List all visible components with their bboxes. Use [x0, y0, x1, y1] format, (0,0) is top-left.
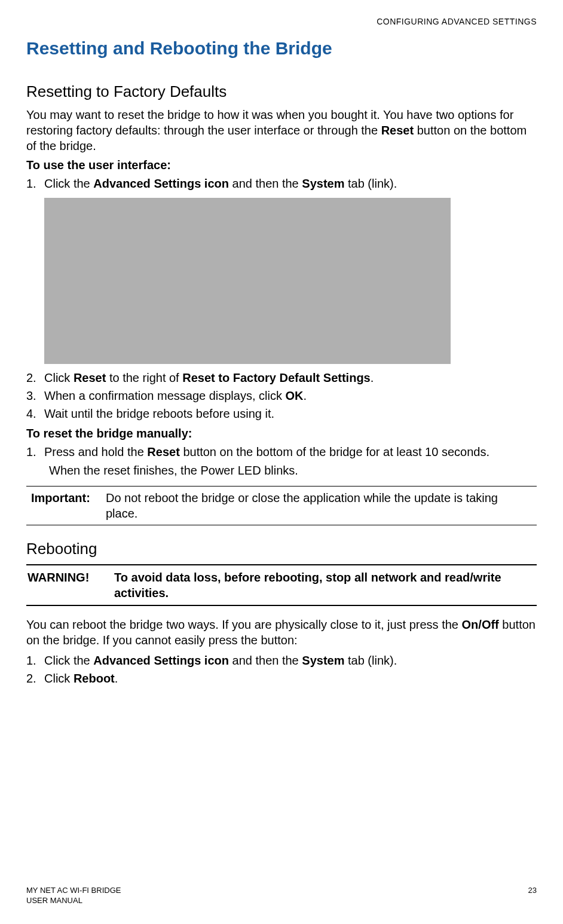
footer-left: MY NET AC WI-FI BRIDGE USER MANUAL: [26, 886, 121, 906]
intro-paragraph: You may want to reset the bridge to how …: [26, 107, 537, 154]
list-number: 1.: [26, 444, 44, 460]
list-number: 2.: [26, 671, 44, 687]
page-footer: MY NET AC WI-FI BRIDGE USER MANUAL 23: [26, 886, 537, 906]
text-bold: System: [302, 177, 344, 190]
list-number: 3.: [26, 388, 44, 404]
text-bold: OK: [286, 389, 304, 402]
ui-procedure-heading: To use the user interface:: [26, 158, 537, 172]
screenshot-placeholder: [44, 198, 451, 364]
list-content: Click Reset to the right of Reset to Fac…: [44, 370, 537, 386]
note-text: Do not reboot the bridge or close the ap…: [106, 490, 532, 521]
list-item: 3. When a confirmation message displays,…: [26, 388, 537, 404]
text-bold: Advanced Settings icon: [93, 654, 229, 667]
text: tab (link).: [344, 177, 397, 190]
text-bold: Reset: [381, 124, 414, 137]
text: .: [115, 672, 118, 685]
section-heading-rebooting: Rebooting: [26, 540, 537, 558]
manual-procedure-heading: To reset the bridge manually:: [26, 427, 537, 440]
text: and then the: [229, 654, 302, 667]
footer-doc-type: USER MANUAL: [26, 896, 121, 906]
page-title: Resetting and Rebooting the Bridge: [26, 38, 537, 59]
text: button on the bottom of the bridge for a…: [180, 445, 489, 458]
text: You can reboot the bridge two ways. If y…: [26, 618, 462, 631]
header-section-title: CONFIGURING ADVANCED SETTINGS: [26, 17, 537, 26]
list-content: Click Reboot.: [44, 671, 537, 687]
list-number: 1.: [26, 176, 44, 192]
text: to the right of: [106, 371, 182, 384]
list-number: 4.: [26, 406, 44, 422]
list-item: 2. Click Reboot.: [26, 671, 537, 687]
text-bold: System: [302, 654, 344, 667]
text-bold: Reset: [74, 371, 106, 384]
list-content: When a confirmation message displays, cl…: [44, 388, 537, 404]
reboot-intro: You can reboot the bridge two ways. If y…: [26, 617, 537, 648]
text: Click: [44, 371, 74, 384]
list-item: 1. Press and hold the Reset button on th…: [26, 444, 537, 460]
list-content: Wait until the bridge reboots before usi…: [44, 406, 537, 422]
text: tab (link).: [344, 654, 397, 667]
section-heading-resetting: Resetting to Factory Defaults: [26, 82, 537, 101]
list-content: Click the Advanced Settings icon and the…: [44, 176, 537, 192]
list-number: 2.: [26, 370, 44, 386]
warning-label: WARNING!: [27, 570, 114, 601]
warning-note: WARNING! To avoid data loss, before rebo…: [26, 564, 537, 606]
text: When a confirmation message displays, cl…: [44, 389, 286, 402]
text: Click the: [44, 177, 93, 190]
list-number: 1.: [26, 653, 44, 669]
important-note: Important: Do not reboot the bridge or c…: [26, 486, 537, 525]
list-item: 1. Click the Advanced Settings icon and …: [26, 653, 537, 669]
list-item: 1. Click the Advanced Settings icon and …: [26, 176, 537, 192]
text-bold: Reboot: [74, 672, 115, 685]
text-bold: On/Off: [462, 618, 499, 631]
text: Press and hold the: [44, 445, 147, 458]
text: and then the: [229, 177, 302, 190]
note-label: Important:: [31, 490, 106, 521]
text-bold: Reset to Factory Default Settings: [182, 371, 371, 384]
text-bold: Reset: [147, 445, 179, 458]
text-bold: Advanced Settings icon: [93, 177, 229, 190]
footer-product: MY NET AC WI-FI BRIDGE: [26, 886, 121, 896]
text: Click: [44, 672, 74, 685]
list-content: Click the Advanced Settings icon and the…: [44, 653, 537, 669]
text: Click the: [44, 654, 93, 667]
text: .: [371, 371, 374, 384]
sub-step-text: When the reset finishes, the Power LED b…: [49, 463, 537, 479]
list-item: 2. Click Reset to the right of Reset to …: [26, 370, 537, 386]
warning-text: To avoid data loss, before rebooting, st…: [114, 570, 536, 601]
list-content: Press and hold the Reset button on the b…: [44, 444, 537, 460]
page-number: 23: [528, 886, 537, 906]
list-item: 4. Wait until the bridge reboots before …: [26, 406, 537, 422]
text: .: [304, 389, 307, 402]
